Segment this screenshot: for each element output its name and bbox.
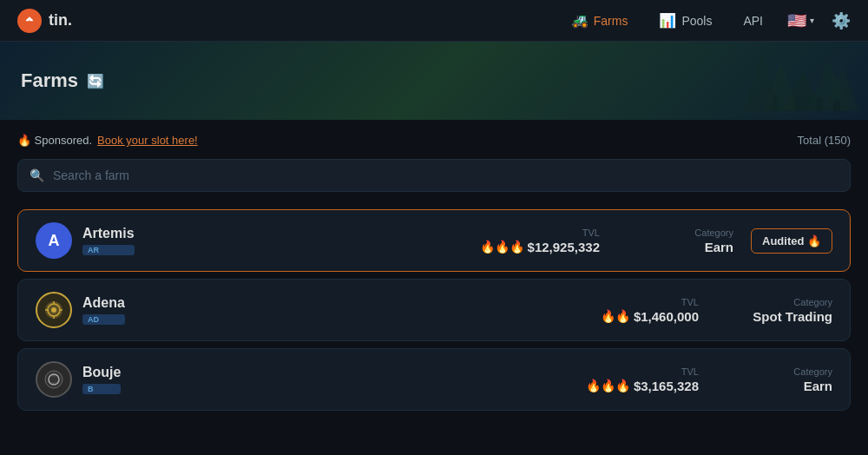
flag-icon: 🇺🇸 [787, 11, 806, 30]
api-label: API [743, 14, 763, 28]
tvl-label-bouje: TVL [681, 366, 699, 377]
category-value-artemis: Earn [705, 240, 733, 254]
tvl-value-bouje: 🔥🔥🔥 $3,165,328 [586, 379, 699, 393]
tvl-amount-artemis: $12,925,332 [528, 240, 600, 254]
farms-icon: 🚜 [571, 12, 589, 29]
farm-name-block-adena: Adena AD [82, 295, 125, 325]
tvl-value-adena: 🔥🔥 $1,460,000 [601, 309, 699, 324]
farm-badge-artemis: AR [82, 245, 135, 255]
sponsored-left: 🔥 Sponsored. Book your slot here! [17, 134, 198, 147]
farm-tvl-adena: TVL 🔥🔥 $1,460,000 [560, 297, 699, 324]
farm-name-block-artemis: Artemis AR [82, 226, 135, 255]
search-input[interactable] [17, 159, 851, 192]
refresh-icon[interactable]: 🔄 [87, 73, 104, 89]
hero-banner: Farms 🔄 [0, 42, 868, 120]
navbar-left: tin. [17, 9, 72, 33]
farm-identity-artemis: A Artemis AR [36, 222, 248, 259]
pools-icon: 📊 [659, 12, 676, 29]
farm-row-adena[interactable]: Adena AD TVL 🔥🔥 $1,460,000 Category Spot… [17, 279, 851, 341]
language-selector[interactable]: 🇺🇸 ▾ [787, 11, 814, 30]
farm-tvl-artemis: TVL 🔥🔥🔥 $12,925,332 [461, 228, 600, 254]
category-label-bouje: Category [793, 366, 832, 377]
svg-rect-9 [773, 96, 778, 111]
svg-rect-6 [833, 101, 840, 111]
total-count: Total (150) [798, 134, 851, 147]
farm-name-artemis: Artemis [82, 226, 135, 241]
farms-label: Farms [594, 14, 628, 28]
tvl-amount-adena: $1,460,000 [634, 309, 699, 324]
farm-category-bouje: Category Earn [720, 366, 832, 393]
settings-button[interactable]: ⚙️ [832, 11, 851, 30]
hero-background [608, 42, 868, 120]
navbar: tin. 🚜 Farms 📊 Pools API 🇺🇸 ▾ ⚙️ [0, 0, 868, 42]
chevron-down-icon: ▾ [810, 16, 814, 25]
hero-title: Farms 🔄 [21, 69, 104, 92]
farm-identity-adena: Adena AD [36, 292, 298, 328]
category-label-adena: Category [793, 297, 832, 307]
sponsored-bar: 🔥 Sponsored. Book your slot here! Total … [17, 134, 851, 147]
logo-icon [17, 9, 42, 33]
farm-tvl-bouje: TVL 🔥🔥🔥 $3,165,328 [560, 366, 699, 393]
category-value-adena: Spot Trading [753, 309, 832, 324]
pools-label: Pools [681, 14, 712, 28]
farm-row-bouje[interactable]: Bouje B TVL 🔥🔥🔥 $3,165,328 Category Earn [17, 348, 851, 411]
fire-icons-adena: 🔥🔥 [601, 309, 630, 323]
tvl-label-artemis: TVL [582, 228, 600, 238]
avatar-bouje [36, 361, 72, 398]
svg-rect-7 [816, 98, 822, 111]
navbar-right: 🚜 Farms 📊 Pools API 🇺🇸 ▾ ⚙️ [564, 9, 851, 32]
book-slot-link[interactable]: Book your slot here! [97, 134, 198, 147]
adena-avatar-svg [44, 300, 63, 320]
tvl-value-artemis: 🔥🔥🔥 $12,925,332 [480, 240, 600, 254]
tvl-label-adena: TVL [681, 297, 699, 307]
category-label-artemis: Category [694, 228, 733, 238]
farm-list: A Artemis AR TVL 🔥🔥🔥 $12,925,332 Categor… [17, 209, 851, 411]
hero-title-text: Farms [21, 69, 78, 92]
sponsored-label: 🔥 Sponsored. [17, 134, 92, 147]
farm-badge-adena: AD [82, 314, 125, 325]
search-icon: 🔍 [30, 168, 44, 182]
fire-icons-artemis: 🔥🔥🔥 [480, 240, 524, 254]
svg-point-12 [51, 307, 56, 313]
nav-api[interactable]: API [736, 10, 770, 31]
avatar-artemis: A [36, 222, 72, 259]
farm-category-adena: Category Spot Trading [720, 297, 832, 324]
svg-rect-8 [794, 97, 801, 111]
farm-category-artemis: Category Earn [621, 228, 733, 254]
nav-farms[interactable]: 🚜 Farms [564, 9, 635, 32]
farm-row-artemis[interactable]: A Artemis AR TVL 🔥🔥🔥 $12,925,332 Categor… [17, 209, 851, 272]
farm-badge-bouje: B [82, 384, 121, 394]
search-container: 🔍 [17, 159, 851, 192]
svg-point-17 [45, 371, 62, 388]
farm-name-adena: Adena [82, 295, 125, 311]
farm-name-block-bouje: Bouje B [82, 365, 121, 394]
nav-pools[interactable]: 📊 Pools [652, 9, 719, 32]
avatar-adena [36, 292, 72, 328]
farm-name-bouje: Bouje [82, 365, 121, 380]
audited-badge-artemis: Audited 🔥 [751, 228, 832, 254]
fire-icons-bouje: 🔥🔥🔥 [586, 379, 630, 392]
main-content: 🔥 Sponsored. Book your slot here! Total … [0, 120, 868, 425]
farm-identity-bouje: Bouje B [36, 361, 298, 398]
svg-point-0 [23, 13, 36, 27]
logo-text: tin. [49, 11, 72, 30]
bouje-avatar-svg [43, 369, 64, 390]
category-value-bouje: Earn [804, 379, 832, 393]
tvl-amount-bouje: $3,165,328 [634, 379, 699, 393]
